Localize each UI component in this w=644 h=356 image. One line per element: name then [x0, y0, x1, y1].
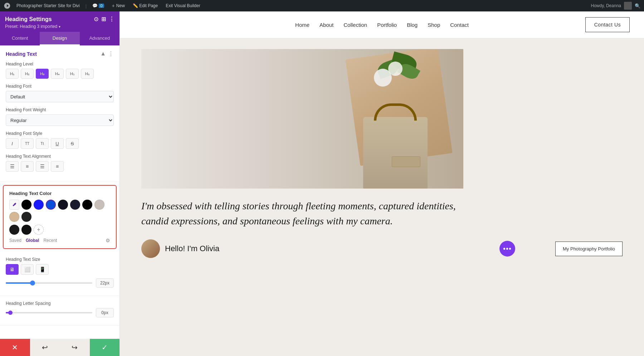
size-slider-row: 22px	[6, 278, 114, 288]
h3-button[interactable]: H₃	[36, 69, 49, 79]
settings-icon[interactable]: ⊙	[94, 16, 98, 23]
tablet-button[interactable]: ⬜	[21, 264, 34, 275]
nav-contact[interactable]: Contact	[450, 22, 469, 28]
color-swatch-tan[interactable]	[9, 212, 19, 222]
portfolio-button[interactable]: My Photography Portfolio	[555, 242, 623, 256]
color-swatch-darkblue[interactable]	[58, 200, 68, 210]
size-slider-track[interactable]	[6, 282, 92, 284]
heading-font-style-label: Heading Font Style	[6, 131, 114, 136]
color-settings-icon[interactable]: ⚙	[106, 238, 110, 243]
saved-tab[interactable]: Saved	[9, 238, 21, 243]
nav-collection[interactable]: Collection	[343, 22, 367, 28]
h6-button[interactable]: H₆	[81, 69, 94, 79]
exit-builder-item[interactable]: Exit Visual Builder	[164, 3, 203, 9]
undo-button[interactable]: ↩	[30, 339, 60, 356]
h4-button[interactable]: H₄	[51, 69, 64, 79]
avatar-item[interactable]	[624, 2, 632, 10]
redo-button[interactable]: ↪	[60, 339, 90, 356]
h5-button[interactable]: H₅	[66, 69, 79, 79]
panel-header: Heading Settings ⊙ ⊞ ⋮ Preset: Heading 3…	[0, 11, 119, 32]
underline-button[interactable]: U	[51, 138, 64, 149]
page-content: I'm obsessed with telling stories throug…	[120, 38, 644, 356]
letter-spacing-thumb[interactable]	[8, 311, 13, 315]
page-area: Home About Collection Portfolio Blog Sho…	[120, 11, 644, 356]
nav-links: Home About Collection Portfolio Blog Sho…	[134, 22, 630, 28]
admin-bar-right: Howdy, Deanna 🔍	[591, 2, 641, 10]
redo-icon: ↪	[72, 343, 78, 352]
heading-letter-spacing-section: Heading Letter Spacing 0px	[0, 296, 119, 326]
color-swatch-black2[interactable]	[82, 200, 92, 210]
undo-icon: ↩	[42, 343, 48, 352]
panel-title-text: Heading Settings	[5, 16, 52, 23]
wordpress-logo[interactable]	[4, 2, 11, 9]
size-slider-value[interactable]: 22px	[96, 278, 114, 288]
heading-font-label: Heading Font	[6, 84, 114, 89]
tab-advanced[interactable]: Advanced	[80, 32, 119, 45]
heading-font-weight-select[interactable]: Regular	[6, 114, 114, 126]
size-slider-thumb[interactable]	[30, 281, 35, 286]
align-center-button[interactable]: ≡	[21, 161, 34, 172]
global-tab[interactable]: Global	[26, 238, 39, 243]
heading-level-label: Heading Level	[6, 62, 114, 67]
size-slider-fill	[6, 282, 32, 284]
edit-page-item[interactable]: ✏️ Edit Page	[131, 3, 160, 9]
align-justify-button[interactable]: ≡	[51, 161, 64, 172]
comments-item[interactable]: 💬 0	[90, 3, 106, 9]
color-swatch-darkgray[interactable]	[21, 212, 31, 222]
color-swatch-beige[interactable]	[94, 200, 104, 210]
add-color-button[interactable]: +	[34, 225, 44, 235]
heading-font-select[interactable]: Default	[6, 91, 114, 102]
panel-preset[interactable]: Preset: Heading 3 imported ▾	[5, 24, 114, 29]
layout-icon[interactable]: ⊞	[101, 16, 106, 23]
panel-title: Heading Settings ⊙ ⊞ ⋮	[5, 16, 114, 23]
desktop-button[interactable]: 🖥	[6, 264, 19, 275]
tab-content[interactable]: Content	[0, 32, 40, 45]
avatar-fill	[141, 239, 160, 258]
more-options-button[interactable]: •••	[499, 241, 515, 257]
letter-spacing-slider-track[interactable]	[6, 312, 92, 313]
new-item[interactable]: + New	[110, 2, 127, 9]
site-name[interactable]: Photographer Starter Site for Divi	[14, 3, 82, 9]
separator-1: |	[86, 3, 87, 9]
tote-bag	[363, 117, 428, 189]
align-left-button[interactable]: ☰	[6, 161, 19, 172]
search-icon[interactable]: 🔍	[635, 3, 640, 9]
letter-spacing-value[interactable]: 0px	[96, 308, 114, 317]
nav-about[interactable]: About	[319, 22, 333, 28]
heading-text-size-section: Heading Text Size 🖥 ⬜ 📱 22px	[0, 252, 119, 296]
color-swatch-navy[interactable]	[70, 200, 80, 210]
nav-home[interactable]: Home	[295, 22, 309, 28]
recent-tab[interactable]: Recent	[43, 238, 57, 243]
tab-design[interactable]: Design	[40, 32, 79, 45]
heading-text-size-label: Heading Text Size	[6, 257, 114, 262]
heading-font-weight-label: Heading Font Weight	[6, 107, 114, 112]
uppercase-button[interactable]: TT	[21, 138, 34, 149]
nav-portfolio[interactable]: Portfolio	[377, 22, 397, 28]
capitalize-button[interactable]: Tt	[36, 138, 49, 149]
heading-font-weight-field: Heading Font Weight Regular	[6, 107, 114, 126]
contact-us-button[interactable]: Contact Us	[585, 17, 630, 32]
mobile-button[interactable]: 📱	[36, 264, 49, 275]
cancel-button[interactable]: ✕	[0, 339, 30, 356]
heading-level-field: Heading Level H₁ H₂ H₃ H₄ H₅ H₆	[6, 62, 114, 79]
italic-button[interactable]: I	[6, 138, 19, 149]
color-swatch-nearblack[interactable]	[9, 225, 19, 235]
cancel-icon: ✕	[12, 343, 18, 352]
color-swatch-blue1[interactable]	[34, 200, 44, 210]
color-swatch-blue2-selected[interactable]	[46, 200, 56, 210]
eyedropper-tool[interactable]	[9, 200, 19, 210]
section-toggle[interactable]: ▲ ⋮	[100, 50, 114, 57]
quote-text: I'm obsessed with telling stories throug…	[141, 199, 456, 229]
color-swatch-verydark[interactable]	[21, 225, 31, 235]
align-right-button[interactable]: ☰	[36, 161, 49, 172]
more-options-icon[interactable]: ⋮	[109, 16, 114, 23]
strikethrough-button[interactable]: S	[66, 138, 79, 149]
color-swatch-black1[interactable]	[21, 200, 31, 210]
left-panel: Heading Settings ⊙ ⊞ ⋮ Preset: Heading 3…	[0, 11, 120, 356]
save-button[interactable]: ✓	[90, 339, 120, 356]
h2-button[interactable]: H₂	[21, 69, 34, 79]
nav-shop[interactable]: Shop	[428, 22, 440, 28]
h1-button[interactable]: H₁	[6, 69, 19, 79]
nav-blog[interactable]: Blog	[407, 22, 418, 28]
align-btn-row: ☰ ≡ ☰ ≡	[6, 161, 114, 172]
